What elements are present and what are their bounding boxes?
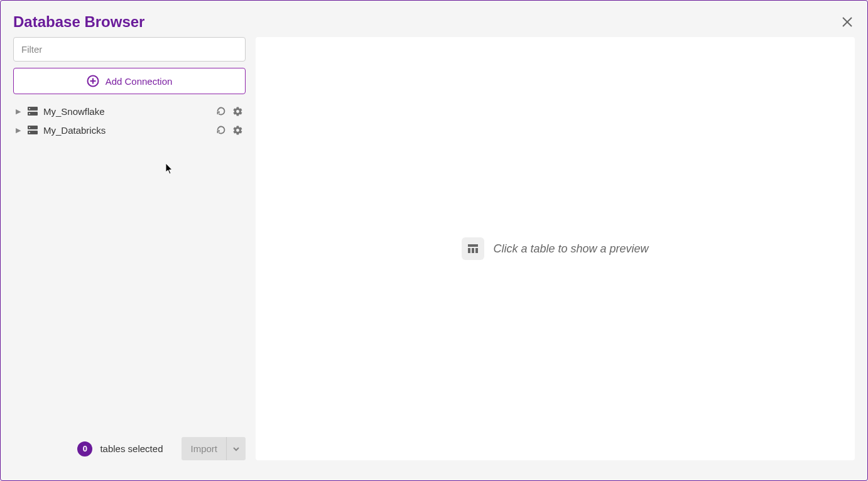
- svg-rect-16: [475, 248, 478, 253]
- selected-label: tables selected: [100, 443, 163, 454]
- connection-label: My_Snowflake: [43, 106, 216, 117]
- connection-item-my-snowflake[interactable]: ▶ My_Snowflake: [13, 102, 246, 121]
- svg-point-11: [29, 127, 30, 128]
- filter-input[interactable]: [13, 37, 246, 62]
- connection-item-my-databricks[interactable]: ▶ My_Databricks: [13, 121, 246, 139]
- refresh-icon: [216, 106, 226, 116]
- empty-state: Click a table to show a preview: [462, 237, 648, 260]
- svg-rect-15: [472, 248, 474, 253]
- gear-icon: [232, 125, 243, 136]
- connection-actions: [216, 125, 243, 136]
- empty-state-text: Click a table to show a preview: [493, 242, 648, 256]
- refresh-button[interactable]: [216, 106, 226, 117]
- import-button-group: Import: [182, 437, 246, 460]
- chevron-down-icon: [232, 445, 241, 453]
- database-icon: [27, 105, 38, 117]
- connection-label: My_Databricks: [43, 125, 216, 136]
- refresh-icon: [216, 125, 226, 135]
- table-icon: [462, 237, 484, 260]
- import-dropdown-button[interactable]: [226, 437, 246, 460]
- svg-point-8: [29, 113, 30, 114]
- preview-panel: Click a table to show a preview: [256, 37, 855, 460]
- sidebar: Add Connection ▶ My_Snowflake: [13, 37, 246, 460]
- settings-button[interactable]: [232, 106, 243, 117]
- settings-button[interactable]: [232, 125, 243, 136]
- database-browser-modal: Database Browser Add Connection ▶ My_Sno…: [0, 0, 868, 481]
- connection-actions: [216, 106, 243, 117]
- close-icon: [842, 16, 853, 28]
- svg-rect-13: [468, 244, 478, 247]
- add-connection-button[interactable]: Add Connection: [13, 68, 246, 94]
- modal-content: Add Connection ▶ My_Snowflake: [1, 37, 867, 473]
- selected-count-badge: 0: [77, 441, 92, 457]
- chevron-right-icon: ▶: [16, 126, 24, 134]
- refresh-button[interactable]: [216, 125, 226, 136]
- chevron-right-icon: ▶: [16, 107, 24, 116]
- connection-list: ▶ My_Snowflake ▶: [13, 102, 246, 432]
- sidebar-footer: 0 tables selected Import: [13, 432, 246, 460]
- svg-point-12: [29, 132, 30, 133]
- modal-title: Database Browser: [13, 13, 144, 31]
- plus-circle-icon: [87, 75, 99, 87]
- close-button[interactable]: [840, 14, 855, 30]
- svg-point-7: [29, 108, 30, 109]
- database-icon: [27, 124, 38, 136]
- gear-icon: [232, 106, 243, 117]
- import-button[interactable]: Import: [182, 437, 226, 460]
- svg-rect-14: [468, 248, 470, 253]
- modal-header: Database Browser: [1, 1, 867, 37]
- add-connection-label: Add Connection: [106, 76, 173, 87]
